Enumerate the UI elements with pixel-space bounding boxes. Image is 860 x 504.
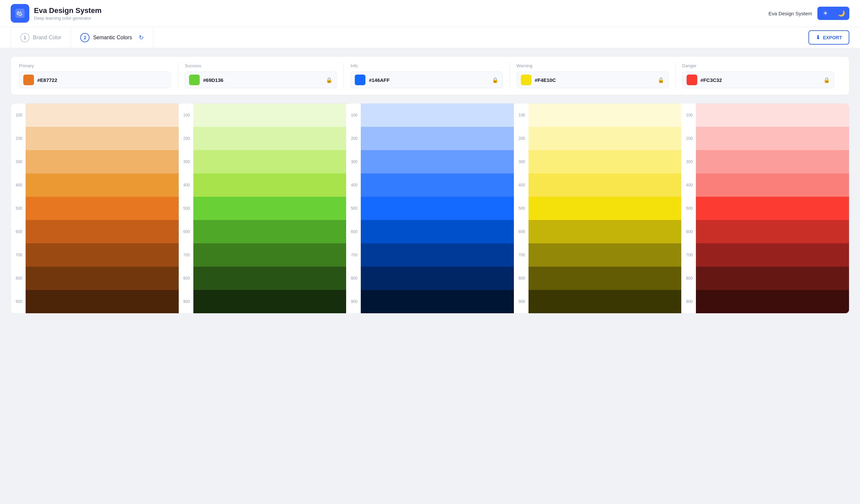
warning-shade-400[interactable] xyxy=(529,173,682,197)
success-shade-400[interactable] xyxy=(194,173,346,197)
info-shade-200[interactable] xyxy=(361,127,514,150)
warning-swatch-row-500: 500 xyxy=(514,197,682,220)
success-value[interactable]: #69D136 xyxy=(203,77,320,83)
theme-light-button[interactable]: ☀ xyxy=(817,7,833,20)
danger-shade-label-300: 300 xyxy=(681,159,696,164)
warning-column: 100200300400500600700800900 xyxy=(514,103,682,313)
warning-value[interactable]: #F4E10C xyxy=(535,77,652,83)
danger-swatch-row-400: 400 xyxy=(681,173,849,197)
primary-shade-label-700: 700 xyxy=(11,253,26,257)
warning-group: Warning #F4E10C 🔒 xyxy=(510,63,676,88)
primary-field: #E87722 xyxy=(19,72,171,88)
warning-shade-900[interactable] xyxy=(529,290,682,313)
warning-shade-100[interactable] xyxy=(529,103,682,127)
info-shade-400[interactable] xyxy=(361,173,514,197)
info-shade-label-900: 900 xyxy=(346,299,361,304)
danger-swatch-row-500: 500 xyxy=(681,197,849,220)
success-swatch xyxy=(189,75,200,85)
success-shade-900[interactable] xyxy=(194,290,346,313)
header: Eva Design System Deep learning color ge… xyxy=(0,0,860,27)
theme-dark-button[interactable]: 🌙 xyxy=(833,7,849,20)
success-shade-300[interactable] xyxy=(194,150,346,173)
success-field: #69D136 🔒 xyxy=(185,72,337,88)
info-swatch xyxy=(355,75,366,85)
info-swatch-row-700: 700 xyxy=(346,243,514,267)
primary-value[interactable]: #E87722 xyxy=(37,77,167,83)
primary-shade-100[interactable] xyxy=(26,103,179,127)
warning-swatch-row-100: 100 xyxy=(514,103,682,127)
success-shade-label-200: 200 xyxy=(179,136,194,141)
primary-swatch xyxy=(23,75,34,85)
danger-shade-900[interactable] xyxy=(696,290,849,313)
primary-shade-label-100: 100 xyxy=(11,113,26,117)
danger-shade-100[interactable] xyxy=(696,103,849,127)
tab-label-1: Brand Color xyxy=(33,34,61,41)
main-content: Primary #E87722 Success #69D136 🔒 Info #… xyxy=(0,48,860,321)
swatches-grid: 1002003004005006007008009001002003004005… xyxy=(11,103,849,314)
success-shade-500[interactable] xyxy=(194,197,346,220)
export-button[interactable]: ⬇ EXPORT xyxy=(808,30,849,45)
refresh-icon[interactable]: ↻ xyxy=(139,34,144,41)
primary-swatch-row-500: 500 xyxy=(11,197,179,220)
success-shade-100[interactable] xyxy=(194,103,346,127)
success-shade-label-300: 300 xyxy=(179,159,194,164)
info-shade-label-100: 100 xyxy=(346,113,361,117)
success-lock-icon[interactable]: 🔒 xyxy=(326,77,332,83)
info-shade-label-600: 600 xyxy=(346,229,361,234)
success-swatch-row-400: 400 xyxy=(179,173,346,197)
primary-shade-900[interactable] xyxy=(26,290,179,313)
danger-shade-500[interactable] xyxy=(696,197,849,220)
warning-shade-label-700: 700 xyxy=(514,253,529,257)
danger-shade-800[interactable] xyxy=(696,267,849,290)
info-shade-700[interactable] xyxy=(361,243,514,267)
warning-swatch-row-700: 700 xyxy=(514,243,682,267)
app-title: Eva Design System xyxy=(34,6,101,15)
primary-shade-700[interactable] xyxy=(26,243,179,267)
warning-shade-600[interactable] xyxy=(529,220,682,243)
primary-shade-600[interactable] xyxy=(26,220,179,243)
warning-shade-700[interactable] xyxy=(529,243,682,267)
warning-shade-800[interactable] xyxy=(529,267,682,290)
primary-shade-500[interactable] xyxy=(26,197,179,220)
header-right: Eva Design System ☀ 🌙 xyxy=(769,7,849,20)
success-shade-600[interactable] xyxy=(194,220,346,243)
success-shade-700[interactable] xyxy=(194,243,346,267)
danger-shade-label-600: 600 xyxy=(681,229,696,234)
danger-shade-label-500: 500 xyxy=(681,206,696,211)
primary-shade-label-200: 200 xyxy=(11,136,26,141)
primary-shade-400[interactable] xyxy=(26,173,179,197)
primary-swatch-row-200: 200 xyxy=(11,127,179,150)
info-value[interactable]: #146AFF xyxy=(369,77,486,83)
primary-shade-800[interactable] xyxy=(26,267,179,290)
success-shade-200[interactable] xyxy=(194,127,346,150)
tab-semantic-colors[interactable]: 2 Semantic Colors ↻ xyxy=(71,27,153,48)
warning-label: Warning xyxy=(517,63,669,68)
danger-shade-label-900: 900 xyxy=(681,299,696,304)
info-lock-icon[interactable]: 🔒 xyxy=(492,77,499,83)
warning-shade-label-300: 300 xyxy=(514,159,529,164)
warning-shade-500[interactable] xyxy=(529,197,682,220)
info-shade-100[interactable] xyxy=(361,103,514,127)
info-shade-800[interactable] xyxy=(361,267,514,290)
info-swatch-row-300: 300 xyxy=(346,150,514,173)
info-shade-300[interactable] xyxy=(361,150,514,173)
danger-shade-200[interactable] xyxy=(696,127,849,150)
danger-shade-400[interactable] xyxy=(696,173,849,197)
danger-shade-700[interactable] xyxy=(696,243,849,267)
success-shade-800[interactable] xyxy=(194,267,346,290)
danger-value[interactable]: #FC3C32 xyxy=(701,77,817,83)
warning-shade-200[interactable] xyxy=(529,127,682,150)
primary-shade-200[interactable] xyxy=(26,127,179,150)
danger-lock-icon[interactable]: 🔒 xyxy=(823,77,830,83)
info-shade-500[interactable] xyxy=(361,197,514,220)
info-shade-900[interactable] xyxy=(361,290,514,313)
danger-shade-300[interactable] xyxy=(696,150,849,173)
info-shade-600[interactable] xyxy=(361,220,514,243)
info-shade-label-500: 500 xyxy=(346,206,361,211)
danger-shade-600[interactable] xyxy=(696,220,849,243)
warning-lock-icon[interactable]: 🔒 xyxy=(658,77,664,83)
tab-brand-color[interactable]: 1 Brand Color xyxy=(11,27,71,48)
warning-shade-300[interactable] xyxy=(529,150,682,173)
export-label: EXPORT xyxy=(823,35,842,40)
primary-shade-300[interactable] xyxy=(26,150,179,173)
